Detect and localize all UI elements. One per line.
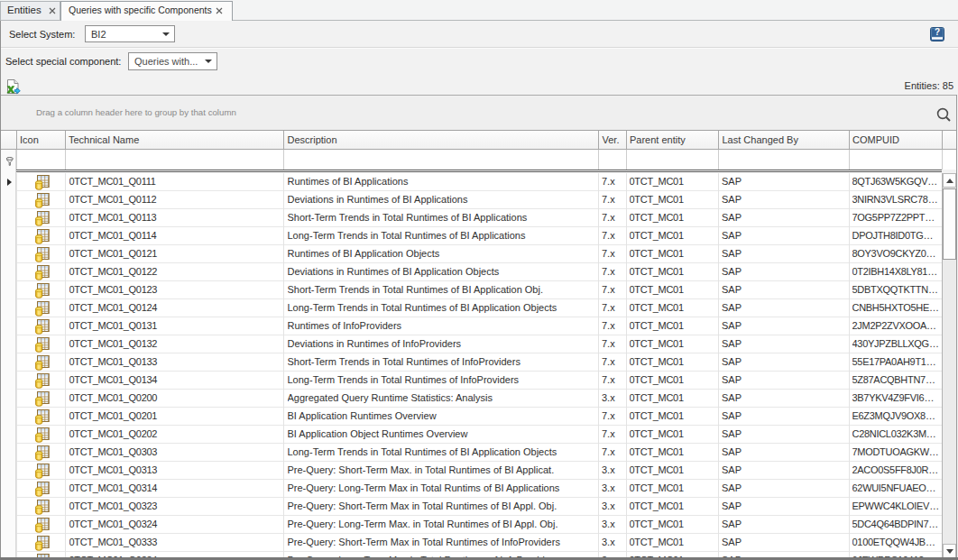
svg-text:?: ? — [935, 27, 940, 37]
